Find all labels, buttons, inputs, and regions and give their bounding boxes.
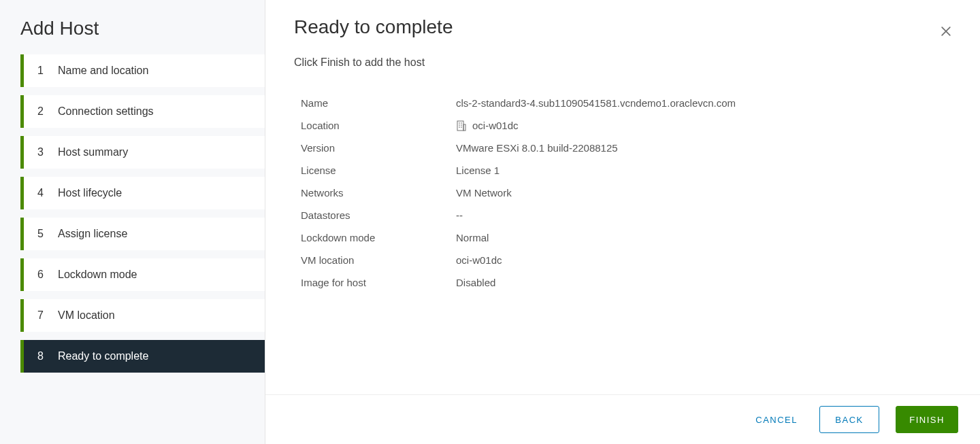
wizard-step-ready-to-complete[interactable]: 8 Ready to complete [20, 340, 265, 373]
step-label: VM location [58, 309, 115, 322]
svg-rect-2 [457, 121, 463, 131]
wizard-step-lockdown-mode[interactable]: 6 Lockdown mode [20, 258, 265, 291]
summary-label: Lockdown mode [301, 232, 456, 243]
wizard-step-name-and-location[interactable]: 1 Name and location [20, 54, 265, 87]
add-host-wizard: Add Host 1 Name and location 2 Connectio… [0, 0, 980, 444]
summary-value: License 1 [456, 165, 500, 176]
summary-value: cls-2-standard3-4.sub11090541581.vcndemo… [456, 97, 736, 109]
summary-row-vm-location: VM location oci-w01dc [301, 249, 951, 271]
summary-label: Name [301, 97, 456, 109]
summary-label: Location [301, 120, 456, 131]
content-header: Ready to complete [294, 16, 951, 46]
summary-table: Name cls-2-standard3-4.sub11090541581.vc… [294, 92, 951, 294]
step-label: Host lifecycle [58, 187, 122, 199]
summary-row-name: Name cls-2-standard3-4.sub11090541581.vc… [301, 92, 951, 114]
summary-value: -- [456, 209, 463, 221]
step-number: 7 [37, 309, 47, 322]
wizard-content: Ready to complete Click Finish to add th… [265, 0, 980, 444]
summary-row-version: Version VMware ESXi 8.0.1 build-22088125 [301, 137, 951, 159]
step-number: 2 [37, 105, 47, 118]
summary-value: VM Network [456, 187, 512, 199]
content-title: Ready to complete [294, 16, 453, 38]
wizard-title: Add Host [0, 18, 265, 54]
summary-label: License [301, 165, 456, 176]
step-label: Connection settings [58, 105, 154, 118]
back-button[interactable]: BACK [819, 406, 879, 433]
summary-value: oci-w01dc [456, 120, 519, 131]
step-number: 8 [37, 350, 47, 362]
close-icon [939, 24, 953, 38]
summary-value-text: oci-w01dc [472, 120, 519, 131]
wizard-step-host-lifecycle[interactable]: 4 Host lifecycle [20, 177, 265, 209]
step-number: 5 [37, 228, 47, 240]
wizard-step-host-summary[interactable]: 3 Host summary [20, 136, 265, 169]
wizard-step-connection-settings[interactable]: 2 Connection settings [20, 95, 265, 128]
wizard-step-assign-license[interactable]: 5 Assign license [20, 218, 265, 250]
finish-button[interactable]: FINISH [896, 406, 958, 433]
svg-rect-3 [463, 124, 466, 131]
summary-label: Image for host [301, 277, 456, 288]
wizard-step-vm-location[interactable]: 7 VM location [20, 299, 265, 332]
step-label: Host summary [58, 146, 128, 158]
step-number: 6 [37, 269, 47, 281]
summary-row-lockdown-mode: Lockdown mode Normal [301, 226, 951, 249]
step-label: Lockdown mode [58, 269, 137, 281]
summary-row-license: License License 1 [301, 159, 951, 182]
summary-label: Datastores [301, 209, 456, 221]
cancel-button[interactable]: CANCEL [750, 406, 803, 433]
content-subtitle: Click Finish to add the host [294, 56, 951, 69]
step-label: Ready to complete [58, 350, 148, 362]
summary-label: Networks [301, 187, 456, 199]
wizard-step-list: 1 Name and location 2 Connection setting… [0, 54, 265, 373]
close-button[interactable] [934, 19, 958, 46]
summary-row-networks: Networks VM Network [301, 182, 951, 204]
wizard-sidebar: Add Host 1 Name and location 2 Connectio… [0, 0, 265, 444]
summary-value: VMware ESXi 8.0.1 build-22088125 [456, 142, 618, 154]
step-number: 4 [37, 187, 47, 199]
summary-value: oci-w01dc [456, 254, 502, 266]
step-number: 3 [37, 146, 47, 158]
summary-row-datastores: Datastores -- [301, 204, 951, 226]
step-number: 1 [37, 65, 47, 77]
summary-value: Normal [456, 232, 489, 243]
summary-label: Version [301, 142, 456, 154]
summary-row-location: Location oci-w01dc [301, 114, 951, 137]
summary-row-image-for-host: Image for host Disabled [301, 271, 951, 294]
step-label: Name and location [58, 65, 148, 77]
step-label: Assign license [58, 228, 127, 240]
summary-label: VM location [301, 254, 456, 266]
datacenter-icon [456, 120, 467, 131]
wizard-footer: CANCEL BACK FINISH [265, 394, 980, 444]
summary-value: Disabled [456, 277, 495, 288]
